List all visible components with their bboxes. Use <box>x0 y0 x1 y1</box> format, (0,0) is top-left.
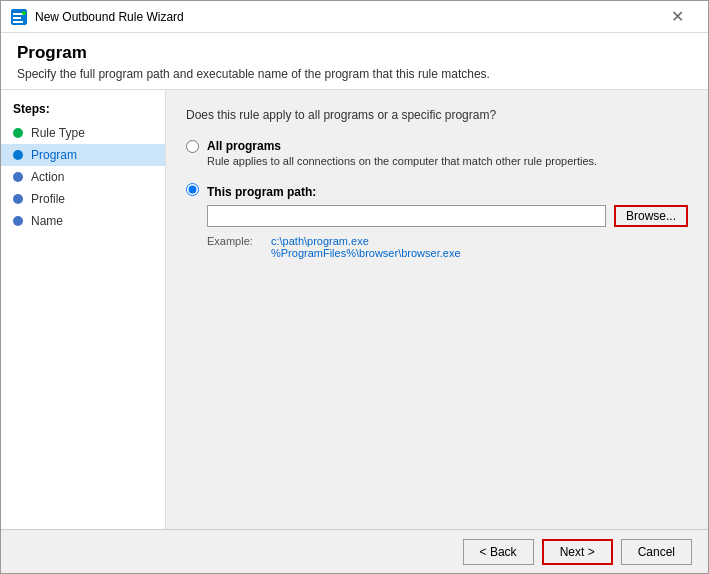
all-programs-description: Rule applies to all connections on the c… <box>207 155 597 167</box>
this-program-radio[interactable] <box>186 183 199 196</box>
program-path-section: This program path: Browse... Example: c:… <box>207 185 688 259</box>
title-bar: New Outbound Rule Wizard ✕ <box>1 1 708 33</box>
step-dot-program <box>13 150 23 160</box>
example-path-1: c:\path\program.exe <box>271 235 461 247</box>
program-path-input-row: Browse... <box>207 205 688 227</box>
svg-rect-2 <box>13 17 21 19</box>
page-title: Program <box>17 43 692 63</box>
all-programs-option: All programs Rule applies to all connect… <box>186 138 688 167</box>
steps-panel: Steps: Rule Type Program Action Profile … <box>1 90 166 529</box>
question-text: Does this rule apply to all programs or … <box>186 108 688 122</box>
svg-point-4 <box>22 11 26 15</box>
all-programs-radio[interactable] <box>186 140 199 153</box>
sidebar-item-name[interactable]: Name <box>1 210 165 232</box>
title-bar-text: New Outbound Rule Wizard <box>35 10 654 24</box>
page-subtitle: Specify the full program path and execut… <box>17 67 692 81</box>
all-programs-label[interactable]: All programs <box>207 139 281 153</box>
wizard-window: New Outbound Rule Wizard ✕ Program Speci… <box>0 0 709 574</box>
sidebar-item-profile[interactable]: Profile <box>1 188 165 210</box>
steps-label: Steps: <box>1 102 165 122</box>
header-area: Program Specify the full program path an… <box>1 33 708 90</box>
step-label-program: Program <box>31 148 77 162</box>
main-panel: Does this rule apply to all programs or … <box>166 90 708 529</box>
example-section: Example: c:\path\program.exe %ProgramFil… <box>207 235 688 259</box>
sidebar-item-action[interactable]: Action <box>1 166 165 188</box>
step-label-action: Action <box>31 170 64 184</box>
step-label-rule-type: Rule Type <box>31 126 85 140</box>
sidebar-item-rule-type[interactable]: Rule Type <box>1 122 165 144</box>
close-button[interactable]: ✕ <box>654 1 700 33</box>
svg-rect-3 <box>13 21 23 23</box>
sidebar-item-program[interactable]: Program <box>1 144 165 166</box>
footer-area: < Back Next > Cancel <box>1 529 708 573</box>
browse-button[interactable]: Browse... <box>614 205 688 227</box>
content-area: Steps: Rule Type Program Action Profile … <box>1 90 708 529</box>
program-path-label: This program path: <box>207 185 688 199</box>
example-label: Example: <box>207 235 263 259</box>
program-path-input[interactable] <box>207 205 606 227</box>
example-paths: c:\path\program.exe %ProgramFiles%\brows… <box>271 235 461 259</box>
step-label-name: Name <box>31 214 63 228</box>
back-button[interactable]: < Back <box>463 539 534 565</box>
example-path-2: %ProgramFiles%\browser\browser.exe <box>271 247 461 259</box>
step-label-profile: Profile <box>31 192 65 206</box>
step-dot-profile <box>13 194 23 204</box>
example-row: Example: c:\path\program.exe %ProgramFil… <box>207 235 688 259</box>
next-button[interactable]: Next > <box>542 539 613 565</box>
wizard-icon <box>9 7 29 27</box>
step-dot-rule-type <box>13 128 23 138</box>
step-dot-action <box>13 172 23 182</box>
cancel-button[interactable]: Cancel <box>621 539 692 565</box>
this-program-option: This program path: Browse... Example: c:… <box>186 181 688 259</box>
this-program-label[interactable]: This program path: <box>207 185 316 199</box>
step-dot-name <box>13 216 23 226</box>
